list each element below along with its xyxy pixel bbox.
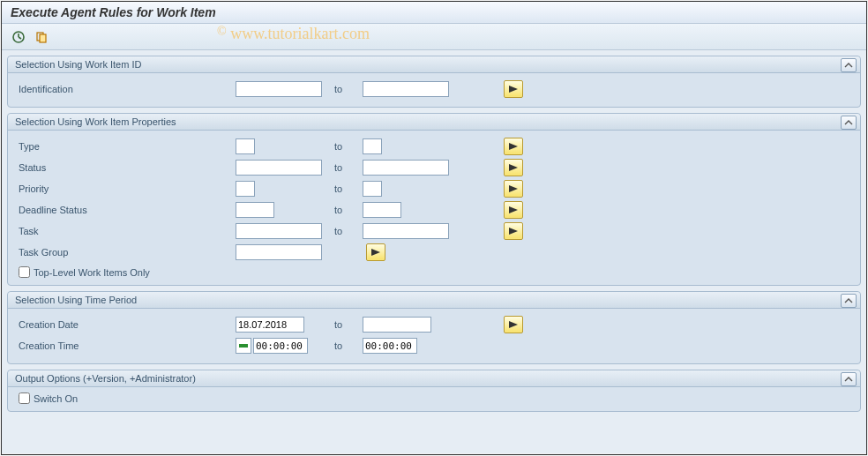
multiple-selection-button[interactable] (504, 138, 523, 155)
get-variant-icon[interactable] (32, 28, 51, 46)
execute-icon[interactable] (9, 28, 28, 46)
group-title-props: Selection Using Work Item Properties (8, 114, 860, 131)
identification-from-input[interactable] (236, 81, 322, 97)
switch-on-label: Switch On (34, 393, 78, 404)
toolbar (2, 24, 866, 50)
multiple-selection-button[interactable] (504, 80, 523, 98)
deadline-from-input[interactable] (236, 202, 274, 218)
svg-rect-4 (40, 34, 46, 42)
group-title-time-text: Selection Using Time Period (15, 295, 137, 305)
task-group-input[interactable] (236, 244, 322, 260)
group-title-id: Selection Using Work Item ID (8, 56, 860, 73)
to-label: to (324, 319, 363, 330)
group-title-id-text: Selection Using Work Item ID (15, 59, 141, 70)
group-time-period: Selection Using Time Period Creation Dat… (7, 291, 861, 364)
svg-line-2 (19, 37, 21, 39)
creation-date-from-input[interactable] (236, 317, 304, 333)
priority-from-input[interactable] (236, 181, 255, 197)
creation-date-label: Creation Date (15, 319, 236, 330)
switch-on-checkbox[interactable] (19, 392, 30, 404)
to-label: to (324, 141, 363, 152)
type-to-input[interactable] (363, 138, 382, 154)
type-label: Type (15, 141, 236, 152)
top-level-label: Top-Level Work Items Only (34, 267, 150, 278)
to-label: to (324, 205, 363, 215)
multiple-selection-button[interactable] (504, 180, 523, 198)
identification-label: Identification (15, 84, 236, 94)
deadline-to-input[interactable] (363, 202, 401, 218)
priority-label: Priority (15, 183, 236, 194)
group-output-options: Output Options (+Version, +Administrator… (7, 370, 861, 412)
status-label: Status (15, 162, 236, 173)
top-level-checkbox[interactable] (19, 266, 30, 278)
group-title-props-text: Selection Using Work Item Properties (15, 116, 176, 127)
deadline-status-label: Deadline Status (15, 205, 236, 215)
multiple-selection-button[interactable] (504, 316, 523, 333)
identification-to-input[interactable] (363, 81, 449, 97)
creation-time-to-input[interactable] (363, 338, 417, 354)
creation-date-to-input[interactable] (363, 317, 431, 333)
type-from-input[interactable] (236, 138, 255, 154)
multiple-selection-button[interactable] (366, 243, 385, 261)
to-label: to (324, 226, 363, 236)
task-label: Task (15, 226, 236, 236)
task-group-label: Task Group (15, 247, 236, 258)
group-title-output: Output Options (+Version, +Administrator… (8, 370, 860, 387)
multiple-selection-button[interactable] (504, 201, 523, 219)
collapse-toggle-icon[interactable] (841, 294, 857, 308)
select-option-icon[interactable] (236, 338, 251, 354)
to-label: to (324, 183, 363, 194)
creation-time-from-input[interactable] (253, 338, 308, 354)
status-to-input[interactable] (363, 160, 449, 176)
window-title: Execute Agent Rules for Work Item (2, 2, 866, 24)
collapse-toggle-icon[interactable] (841, 58, 857, 72)
collapse-toggle-icon[interactable] (841, 372, 857, 386)
to-label: to (324, 84, 363, 94)
to-label: to (324, 162, 363, 173)
multiple-selection-button[interactable] (504, 222, 523, 240)
task-to-input[interactable] (363, 223, 449, 239)
collapse-toggle-icon[interactable] (841, 116, 857, 130)
to-label: to (324, 340, 363, 351)
task-from-input[interactable] (236, 223, 322, 239)
group-work-item-properties: Selection Using Work Item Properties Typ… (7, 113, 861, 286)
status-from-input[interactable] (236, 160, 322, 176)
multiple-selection-button[interactable] (504, 159, 523, 176)
priority-to-input[interactable] (363, 181, 382, 197)
group-title-time: Selection Using Time Period (8, 292, 860, 309)
group-title-output-text: Output Options (+Version, +Administrator… (15, 373, 196, 384)
creation-time-label: Creation Time (15, 340, 236, 351)
group-work-item-id: Selection Using Work Item ID Identificat… (7, 56, 861, 108)
